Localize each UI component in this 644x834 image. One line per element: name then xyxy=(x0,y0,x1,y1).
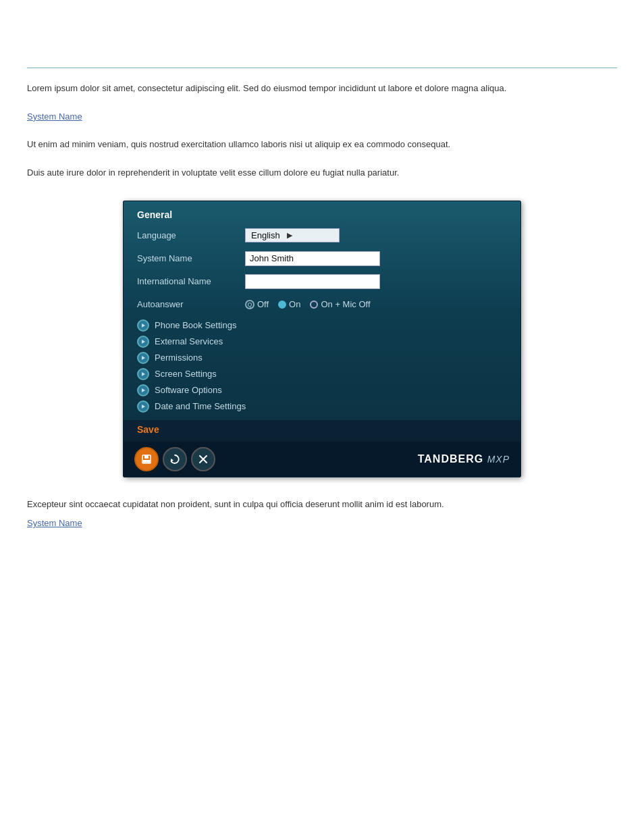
international-name-label: International Name xyxy=(137,276,245,286)
screen-settings-label: Screen Settings xyxy=(155,369,217,379)
system-name-input[interactable] xyxy=(245,251,380,266)
svg-marker-3 xyxy=(142,372,145,376)
system-name-label: System Name xyxy=(137,253,245,263)
submenu-list: Phone Book Settings External Services xyxy=(137,319,507,413)
software-options-label: Software Options xyxy=(155,385,222,395)
language-value: English xyxy=(251,230,280,240)
top-text-1: Lorem ipsum dolor sit amet, consectetur … xyxy=(27,83,506,93)
svg-marker-9 xyxy=(171,459,173,462)
language-label: Language xyxy=(137,230,245,240)
international-name-input[interactable] xyxy=(245,274,380,289)
widget-body: General Language English ▶ System Name I… xyxy=(124,201,520,413)
save-button[interactable] xyxy=(134,447,159,471)
svg-marker-4 xyxy=(142,388,145,392)
close-button[interactable] xyxy=(191,447,215,471)
page-wrapper: Lorem ipsum dolor sit amet, consectetur … xyxy=(0,0,644,834)
top-text-3: Duis aute irure dolor in reprehenderit i… xyxy=(27,167,399,178)
date-time-icon xyxy=(137,400,149,413)
tandberg-logo: TANDBERG MXP xyxy=(418,453,510,465)
logo-suffix: MXP xyxy=(487,454,510,465)
autoanswer-on[interactable]: On xyxy=(278,299,300,309)
widget-toolbar: TANDBERG MXP xyxy=(124,442,520,477)
submenu-external-services[interactable]: External Services xyxy=(137,335,507,348)
software-options-icon xyxy=(137,384,149,396)
svg-marker-2 xyxy=(142,356,145,360)
autoanswer-radio-group: Q Off On On + Mic Off xyxy=(245,299,371,309)
autoanswer-off[interactable]: Q Off xyxy=(245,299,269,309)
bottom-text: Excepteur sint occaecat cupidatat non pr… xyxy=(27,499,444,509)
svg-marker-5 xyxy=(142,405,145,409)
date-time-label: Date and Time Settings xyxy=(155,401,246,411)
on-radio-icon xyxy=(278,301,286,309)
submenu-date-time[interactable]: Date and Time Settings xyxy=(137,400,507,413)
top-divider xyxy=(27,68,617,68)
language-arrow-icon: ▶ xyxy=(287,231,292,240)
system-name-row: System Name xyxy=(137,250,507,267)
off-radio-icon: Q xyxy=(245,300,254,309)
top-link[interactable]: System Name xyxy=(27,111,82,122)
permissions-label: Permissions xyxy=(155,353,203,363)
tandberg-widget: General Language English ▶ System Name I… xyxy=(123,201,521,477)
submenu-permissions[interactable]: Permissions xyxy=(137,351,507,365)
top-text-2: Ut enim ad minim veniam, quis nostrud ex… xyxy=(27,139,450,149)
logo-text: TANDBERG xyxy=(418,453,483,465)
autoanswer-off-label: Off xyxy=(257,299,269,309)
submenu-phone-book[interactable]: Phone Book Settings xyxy=(137,319,507,332)
language-dropdown[interactable]: English ▶ xyxy=(245,228,340,242)
svg-marker-1 xyxy=(142,340,145,344)
autoanswer-on-mic-off-label: On + Mic Off xyxy=(321,299,370,309)
bottom-text-block: Excepteur sint occaecat cupidatat non pr… xyxy=(27,498,617,531)
submenu-screen-settings[interactable]: Screen Settings xyxy=(137,367,507,381)
autoanswer-on-label: On xyxy=(289,299,300,309)
phone-book-label: Phone Book Settings xyxy=(155,320,236,330)
autoanswer-on-mic-off[interactable]: On + Mic Off xyxy=(310,299,370,309)
external-services-label: External Services xyxy=(155,336,223,346)
save-bar: Save xyxy=(124,420,520,442)
top-text-block: Lorem ipsum dolor sit amet, consectetur … xyxy=(27,82,617,180)
external-services-icon xyxy=(137,336,149,348)
international-name-row: International Name xyxy=(137,273,507,290)
submenu-software-options[interactable]: Software Options xyxy=(137,384,507,397)
general-header: General xyxy=(137,209,507,220)
refresh-button[interactable] xyxy=(163,447,187,471)
toolbar-buttons xyxy=(134,447,215,471)
autoanswer-row: Autoanswer Q Off On On + Mic Off xyxy=(137,296,507,313)
bottom-link[interactable]: System Name xyxy=(27,517,617,531)
screen-settings-icon xyxy=(137,368,149,380)
save-label: Save xyxy=(137,424,507,435)
svg-rect-7 xyxy=(144,455,149,459)
permissions-icon xyxy=(137,352,149,364)
svg-rect-8 xyxy=(143,460,150,463)
autoanswer-label: Autoanswer xyxy=(137,299,245,309)
svg-marker-0 xyxy=(142,323,145,328)
on-mic-off-radio-icon xyxy=(310,301,318,309)
language-row: Language English ▶ xyxy=(137,227,507,244)
phone-book-icon xyxy=(137,319,149,332)
